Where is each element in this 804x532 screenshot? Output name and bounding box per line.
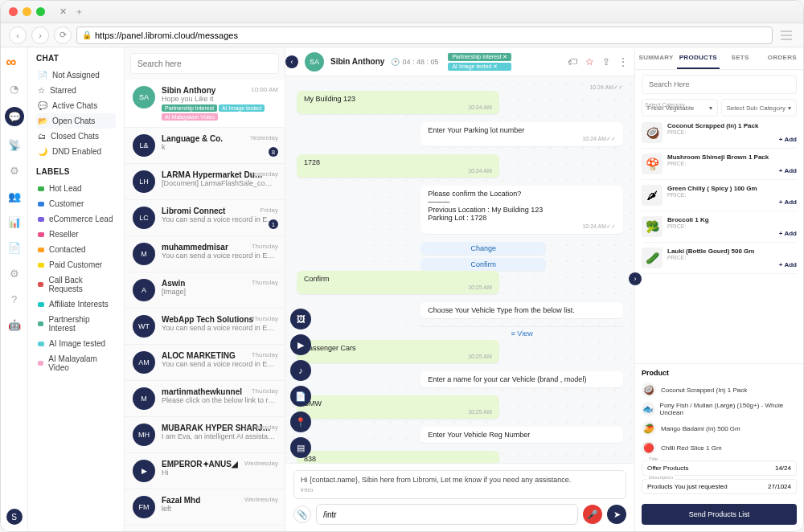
panel-tab[interactable]: PRODUCTS [677,47,719,69]
add-product-button[interactable]: + Add [779,198,797,206]
mic-button[interactable]: 🎤 [583,505,602,524]
help-icon[interactable]: ? [7,292,22,306]
chat-list-row[interactable]: ▶ EMPEROR✦ANUS◢ Hi Wednesday [125,453,285,489]
notes-icon[interactable]: 📄 [7,240,22,255]
sidebar-item[interactable]: 💬Active Chats [36,98,116,113]
collapse-list-icon[interactable]: ‹ [285,55,298,68]
label-item[interactable]: Contacted [36,242,116,257]
label-item[interactable]: eCommerce Lead [36,211,116,227]
panel-tab[interactable]: SUMMARY [635,47,677,69]
more-icon[interactable]: ⋮ [618,56,628,68]
label-item[interactable]: Hot Lead [36,181,116,196]
send-products-button[interactable]: Send Products List [642,504,797,525]
sidebar-item[interactable]: 🌙DND Enabled [36,144,116,159]
chat-list-row[interactable]: M martinmathewkunnel Please click on the… [125,381,285,417]
attach-file-icon[interactable]: 📄 [290,386,311,407]
message-button[interactable]: Confirm [420,258,546,271]
back-button[interactable]: ‹ [9,27,27,44]
share-icon[interactable]: ⇪ [602,56,610,68]
attach-audio-icon[interactable]: ♪ [290,360,311,381]
chat-list-row[interactable]: FF FAAS FarmFresh Bahrain You can send a… [125,526,285,531]
add-product-button[interactable]: + Add [779,167,797,174]
chat-list-row[interactable]: LC Libromi Connect You can send a voice … [125,200,285,236]
contact-avatar[interactable]: SA [305,52,324,72]
chat-list-row[interactable]: L& Language & Co. k Yesterday8 [125,128,285,164]
label-icon[interactable]: 🏷 [568,56,577,68]
title-field[interactable]: Title Offer Products 14/24 [642,460,797,476]
product-list[interactable]: 🥥 Coconut Scrapped (In) 1 Pack PRICE: + … [635,117,803,363]
reports-icon[interactable]: 📊 [7,215,22,229]
attach-image-icon[interactable]: 🖼 [290,309,311,329]
chat-list-row[interactable]: AM ALOC MARKETING You can send a voice r… [125,345,285,381]
chat-list-row[interactable]: MH MUBARAK HYPER SHARJ… I am Eva, an int… [125,417,285,453]
user-avatar[interactable]: S [6,509,23,525]
chat-list-row[interactable]: M muhammedmisar You can send a voice rec… [125,236,285,272]
add-product-button[interactable]: + Add [779,230,797,237]
add-product-button[interactable]: + Add [779,261,797,268]
broadcast-icon[interactable]: 📡 [7,137,22,152]
chat-list-row[interactable]: FM Fazal Mhd left Wednesday [125,489,285,526]
window-maximize[interactable] [36,7,45,16]
tab-close-icon[interactable]: ✕ [59,6,67,17]
window-minimize[interactable] [23,7,31,16]
cart-item-image: 🔴 [642,440,656,455]
settings-icon[interactable]: ⚙ [7,266,22,280]
url-bar[interactable]: 🔒 https://panel.libromi.cloud/messages [76,27,773,44]
bot-icon[interactable]: 🤖 [7,317,22,332]
product-search-input[interactable] [642,75,797,94]
sidebar-item[interactable]: ☆Starred [36,83,116,98]
template-preview[interactable]: Hi {contact.name}, Sibin here from Libro… [293,470,626,499]
add-product-button[interactable]: + Add [779,136,797,143]
attach-template-icon[interactable]: ▤ [290,437,311,458]
contact-tag[interactable]: AI Image tested ✕ [448,63,511,71]
chat-list-row[interactable]: LH LARMA Hypermarket Du… [Document] Larm… [125,164,285,200]
new-tab-icon[interactable]: ＋ [75,6,84,18]
send-button[interactable]: ➤ [607,505,626,524]
dashboard-icon[interactable]: ◔ [7,81,22,96]
attach-icon[interactable]: 📎 [293,505,311,523]
message-link[interactable]: ≡ View [420,326,623,340]
description-field[interactable]: Description Products You just requested … [642,479,797,494]
contact-tag[interactable]: Partnership Interest ✕ [448,53,511,61]
chat-list-row[interactable]: WT WebApp Tech Solutions You can send a … [125,309,285,345]
reload-button[interactable]: ⟳ [54,27,72,44]
chat-search-input[interactable] [131,54,278,73]
label-item[interactable]: Paid Customer [36,257,116,272]
logo[interactable]: ∞ [6,54,23,70]
label-item[interactable]: AI Malayalam Video [36,351,116,375]
contacts-icon[interactable]: 👥 [7,189,22,203]
cart-item[interactable]: 🐟Pony Fish / Mullan (Large) (150g+) - Wh… [642,399,797,419]
label-name: AI Image tested [49,339,105,348]
cart-item[interactable]: 🥥Coconut Scrapped (In) 1 Pack [642,380,797,399]
label-item[interactable]: Partnership Interest [36,312,116,336]
attach-location-icon[interactable]: 📍 [290,411,311,432]
label-item[interactable]: AI Image tested [36,336,116,351]
cart-item[interactable]: 🔴Chilli Red Slice 1 Gm [642,438,797,457]
chat-list-row[interactable]: SA Sibin Anthony Hope you Like itPartner… [125,80,285,128]
message-button[interactable]: Change [420,242,546,255]
message-time: 10:25 AM [304,354,492,359]
flows-icon[interactable]: ⚙ [7,163,22,178]
label-item[interactable]: Call Back Requests [36,272,116,297]
label-item[interactable]: Affiliate Interests [36,297,116,312]
label-item[interactable]: Customer [36,196,116,211]
panel-tab[interactable]: SETS [720,47,761,69]
cart-item[interactable]: 🥭Mango Badami (In) 500 Gm [642,419,797,438]
message-input[interactable] [316,504,578,525]
sidebar-item[interactable]: 🗂Closed Chats [36,129,116,144]
window-close[interactable] [9,7,18,16]
sidebar-item[interactable]: 📄Not Assigned [36,68,116,83]
attach-video-icon[interactable]: ▶ [290,334,311,355]
chat-list-row[interactable]: A Aswin [Image] Thursday [125,272,285,309]
star-icon[interactable]: ☆ [585,56,594,68]
label-item[interactable]: Reseller [36,227,116,242]
message-list[interactable]: 10:24 AM✓✓ My Building 12310:24 AMEnter … [285,76,634,463]
forward-button[interactable]: › [31,27,49,44]
menu-icon[interactable] [777,31,795,40]
sidebar-item[interactable]: 📂Open Chats [36,113,116,129]
close-panel-icon[interactable]: › [629,272,642,285]
messages-icon[interactable]: 💬 [5,107,24,126]
chat-time: Thursday [252,243,278,250]
panel-tab[interactable]: ORDERS [761,47,803,69]
sidebar-item-label: DND Enabled [52,147,101,156]
